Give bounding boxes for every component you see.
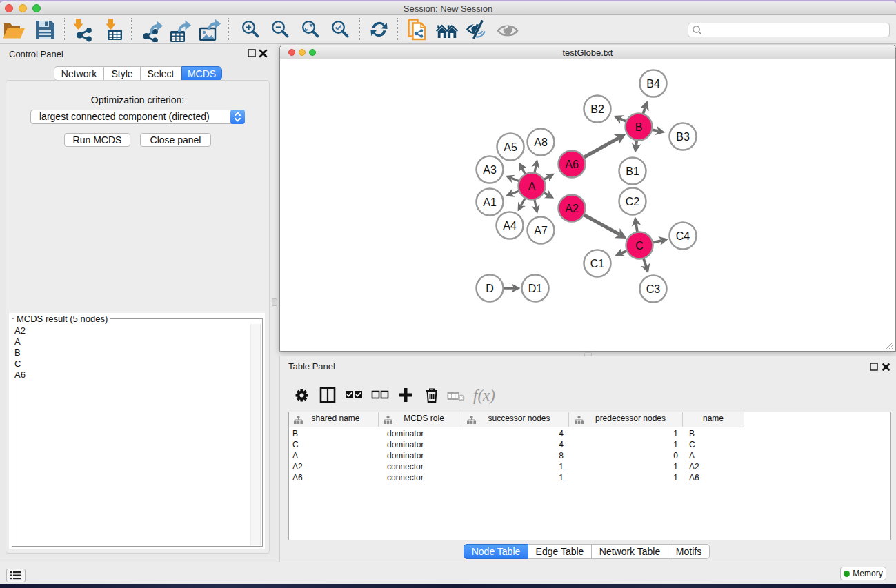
svg-text:C: C [635,240,644,252]
svg-text:B: B [635,121,643,133]
svg-text:A4: A4 [503,220,517,232]
svg-text:B3: B3 [676,131,690,143]
svg-text:B2: B2 [590,103,604,115]
svg-text:C3: C3 [646,283,661,295]
svg-text:C4: C4 [676,230,690,242]
svg-text:D1: D1 [528,283,543,294]
svg-text:B4: B4 [646,78,660,90]
svg-text:A6: A6 [565,159,579,170]
svg-text:D: D [486,283,494,294]
svg-text:A1: A1 [483,196,497,208]
svg-text:A3: A3 [483,164,497,176]
svg-text:A: A [528,181,536,192]
svg-text:B1: B1 [626,165,639,177]
svg-text:C1: C1 [590,258,605,270]
svg-text:C2: C2 [626,196,640,207]
svg-text:A2: A2 [565,203,579,214]
svg-text:A7: A7 [534,225,548,236]
svg-text:A8: A8 [534,136,548,148]
svg-text:A5: A5 [504,141,517,153]
